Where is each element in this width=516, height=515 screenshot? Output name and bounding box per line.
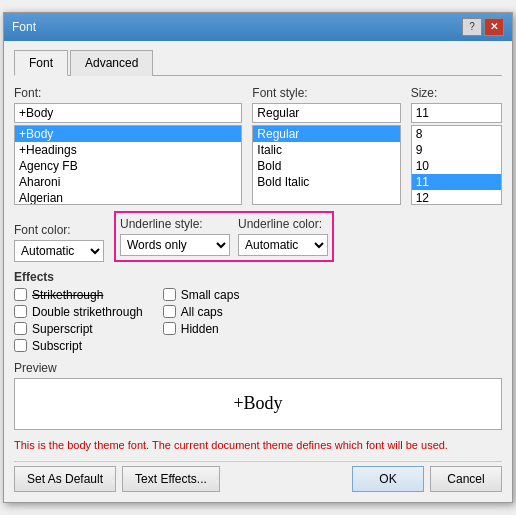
font-color-row: Automatic: [14, 240, 104, 262]
tab-font[interactable]: Font: [14, 50, 68, 76]
info-text: This is the body theme font. The current…: [14, 438, 502, 453]
small-caps-checkbox[interactable]: Small caps: [163, 288, 240, 302]
button-row: Set As Default Text Effects... OK Cancel: [14, 461, 502, 492]
style-label: Font style:: [252, 86, 400, 100]
underline-style-select[interactable]: Words only (none) Words only: [120, 234, 230, 256]
small-caps-label: Small caps: [181, 288, 240, 302]
subscript-input[interactable]: [14, 339, 27, 352]
effects-columns: Strikethrough Double strikethrough Super…: [14, 288, 502, 353]
double-strikethrough-checkbox[interactable]: Double strikethrough: [14, 305, 143, 319]
font-column: Font: +Body +Headings Agency FB Aharoni …: [14, 86, 242, 205]
list-item[interactable]: +Headings: [15, 142, 241, 158]
ok-button[interactable]: OK: [352, 466, 424, 492]
hidden-label: Hidden: [181, 322, 219, 336]
preview-box: +Body: [14, 378, 502, 430]
list-item[interactable]: Bold: [253, 158, 399, 174]
dialog-body: Font Advanced Font: +Body +Headings Agen…: [4, 41, 512, 502]
underline-style-group: Underline style: Words only (none) Words…: [120, 217, 230, 256]
font-input[interactable]: [14, 103, 242, 123]
cancel-button[interactable]: Cancel: [430, 466, 502, 492]
list-item[interactable]: 10: [412, 158, 501, 174]
underline-highlight-box: Underline style: Words only (none) Words…: [114, 211, 334, 262]
preview-label: Preview: [14, 361, 502, 375]
font-color-label: Font color:: [14, 223, 104, 237]
button-row-right: OK Cancel: [352, 466, 502, 492]
dialog-title: Font: [12, 20, 36, 34]
tab-advanced[interactable]: Advanced: [70, 50, 153, 76]
list-item[interactable]: 9: [412, 142, 501, 158]
close-button[interactable]: ✕: [484, 18, 504, 36]
set-default-button[interactable]: Set As Default: [14, 466, 116, 492]
effects-col-left: Strikethrough Double strikethrough Super…: [14, 288, 143, 353]
font-listbox[interactable]: +Body +Headings Agency FB Aharoni Algeri…: [14, 125, 242, 205]
all-caps-checkbox[interactable]: All caps: [163, 305, 240, 319]
all-caps-label: All caps: [181, 305, 223, 319]
font-color-select[interactable]: Automatic: [14, 240, 104, 262]
underline-style-label: Underline style:: [120, 217, 230, 231]
underline-color-group: Underline color: Automatic: [238, 217, 328, 256]
double-strikethrough-label: Double strikethrough: [32, 305, 143, 319]
list-item[interactable]: Algerian: [15, 190, 241, 205]
help-button[interactable]: ?: [462, 18, 482, 36]
list-item[interactable]: 8: [412, 126, 501, 142]
size-label: Size:: [411, 86, 502, 100]
effects-section: Effects Strikethrough Double strikethrou…: [14, 270, 502, 353]
superscript-checkbox[interactable]: Superscript: [14, 322, 143, 336]
list-item[interactable]: +Body: [15, 126, 241, 142]
size-listbox[interactable]: 8 9 10 11 12: [411, 125, 502, 205]
color-underline-row: Font color: Automatic Underline style: W…: [14, 211, 502, 262]
list-item[interactable]: Agency FB: [15, 158, 241, 174]
list-item[interactable]: Bold Italic: [253, 174, 399, 190]
tabs-container: Font Advanced: [14, 49, 502, 76]
strikethrough-checkbox[interactable]: Strikethrough: [14, 288, 143, 302]
style-listbox[interactable]: Regular Italic Bold Bold Italic: [252, 125, 400, 205]
effects-col-right: Small caps All caps Hidden: [163, 288, 240, 353]
list-item[interactable]: Italic: [253, 142, 399, 158]
subscript-label: Subscript: [32, 339, 82, 353]
style-input[interactable]: [252, 103, 400, 123]
effects-label: Effects: [14, 270, 502, 284]
all-caps-input[interactable]: [163, 305, 176, 318]
style-column: Font style: Regular Italic Bold Bold Ita…: [252, 86, 400, 205]
subscript-checkbox[interactable]: Subscript: [14, 339, 143, 353]
preview-text: +Body: [233, 393, 282, 414]
small-caps-input[interactable]: [163, 288, 176, 301]
superscript-input[interactable]: [14, 322, 27, 335]
font-row: Font: +Body +Headings Agency FB Aharoni …: [14, 86, 502, 205]
title-bar-controls: ? ✕: [462, 18, 504, 36]
list-item[interactable]: 11: [412, 174, 501, 190]
strikethrough-input[interactable]: [14, 288, 27, 301]
size-input[interactable]: [411, 103, 502, 123]
hidden-checkbox[interactable]: Hidden: [163, 322, 240, 336]
underline-color-label: Underline color:: [238, 217, 328, 231]
font-color-group: Font color: Automatic: [14, 223, 104, 262]
font-dialog: Font ? ✕ Font Advanced Font: +Body +Head…: [3, 12, 513, 503]
superscript-label: Superscript: [32, 322, 93, 336]
title-bar: Font ? ✕: [4, 13, 512, 41]
preview-section: Preview +Body: [14, 361, 502, 430]
double-strikethrough-input[interactable]: [14, 305, 27, 318]
text-effects-button[interactable]: Text Effects...: [122, 466, 220, 492]
list-item[interactable]: 12: [412, 190, 501, 205]
underline-color-select[interactable]: Automatic: [238, 234, 328, 256]
font-label: Font:: [14, 86, 242, 100]
strikethrough-label: Strikethrough: [32, 288, 103, 302]
button-row-left: Set As Default Text Effects...: [14, 466, 220, 492]
list-item[interactable]: Regular: [253, 126, 399, 142]
size-column: Size: 8 9 10 11 12: [411, 86, 502, 205]
hidden-input[interactable]: [163, 322, 176, 335]
list-item[interactable]: Aharoni: [15, 174, 241, 190]
